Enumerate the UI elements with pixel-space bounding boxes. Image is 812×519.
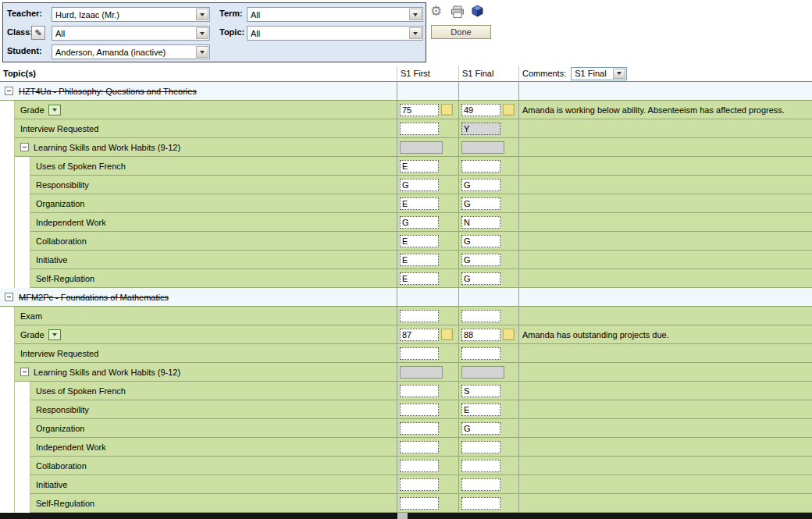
- s1-first-input[interactable]: [400, 179, 439, 191]
- row-label: Uses of Spoken French: [36, 386, 126, 396]
- s1-first-input[interactable]: [400, 123, 439, 135]
- grade-dropdown-button[interactable]: [48, 329, 61, 340]
- settings-gear-icon[interactable]: ⚙: [430, 3, 442, 20]
- s1-first-input[interactable]: [400, 216, 439, 229]
- tree-indent: [0, 457, 15, 475]
- comment-text: Amanda is working below ability. Absente…: [522, 105, 785, 115]
- dropdown-arrow-icon: [196, 9, 208, 20]
- tree-indent: [0, 363, 15, 382]
- table-header-row: Topic(s) S1 First S1 Final Comments: S1 …: [0, 66, 812, 82]
- row-label: Grade: [20, 105, 45, 115]
- comment-indicator-button[interactable]: [503, 104, 515, 116]
- class-select[interactable]: All: [52, 26, 210, 41]
- topics-column-header: Topic(s): [0, 66, 397, 82]
- s1-first-input[interactable]: [400, 235, 439, 247]
- tree-indent: [15, 494, 30, 513]
- s1-first-input[interactable]: [400, 385, 439, 397]
- s1-first-input[interactable]: [400, 347, 439, 360]
- dropdown-arrow-icon: [196, 27, 208, 39]
- bottom-scrollbar-thumb[interactable]: [397, 513, 408, 519]
- mark-row: Learning Skills and Work Habits (9-12): [0, 363, 812, 382]
- s1-final-input[interactable]: [461, 478, 500, 491]
- print-icon[interactable]: [451, 5, 465, 20]
- row-label: Exam: [20, 311, 42, 321]
- topic-select-value: All: [251, 29, 260, 38]
- s1-final-input[interactable]: [461, 272, 500, 285]
- cube-glyph: [471, 4, 484, 18]
- s1-final-input[interactable]: [461, 310, 500, 322]
- tree-indent: [0, 232, 15, 251]
- collapse-minus-icon[interactable]: [5, 87, 13, 95]
- s1-first-input[interactable]: [400, 310, 439, 322]
- comment-indicator-button[interactable]: [441, 104, 453, 116]
- s1-final-input[interactable]: [461, 329, 500, 341]
- s1-first-input[interactable]: [400, 441, 439, 453]
- collapse-minus-icon[interactable]: [20, 368, 29, 376]
- tree-indent: [0, 400, 15, 419]
- comments-term-select[interactable]: S1 Final: [571, 67, 627, 80]
- s1-first-input[interactable]: [400, 497, 439, 510]
- s1-first-input[interactable]: [400, 460, 439, 472]
- tree-indent: [0, 438, 15, 457]
- mark-row: Exam: [0, 307, 812, 325]
- s1-final-input[interactable]: [461, 254, 500, 266]
- class-label: Class:: [7, 27, 33, 37]
- s1-final-input[interactable]: [461, 441, 500, 453]
- mark-row: Collaboration: [0, 457, 812, 475]
- row-label: Independent Work: [36, 218, 106, 227]
- topic-select[interactable]: All: [247, 26, 423, 41]
- s1-first-input[interactable]: [400, 329, 439, 341]
- teacher-label: Teacher:: [7, 9, 42, 18]
- s1-final-input[interactable]: [461, 104, 500, 116]
- done-button[interactable]: Done: [431, 25, 491, 39]
- s1-final-input[interactable]: [461, 460, 500, 472]
- teacher-select[interactable]: Hurd, Izaac (Mr.): [52, 7, 210, 22]
- s1-first-input[interactable]: [400, 478, 439, 491]
- row-label: Responsibility: [36, 405, 89, 414]
- s1-final-input[interactable]: [461, 179, 500, 191]
- term-select-value: All: [251, 10, 260, 20]
- class-select-value: All: [55, 29, 65, 38]
- transfer-cube-icon[interactable]: [471, 4, 484, 20]
- s1-final-input[interactable]: [461, 216, 500, 229]
- disabled-mark-box: [461, 366, 504, 379]
- course-header-row: HZT4Ua - Philosophy: Questions and Theor…: [0, 82, 812, 101]
- s1-final-input[interactable]: [461, 385, 500, 397]
- edit-class-button[interactable]: ✎: [31, 26, 45, 40]
- s1-final-input[interactable]: [461, 160, 500, 172]
- comment-indicator-button[interactable]: [441, 329, 453, 340]
- mark-row: Interview Requested: [0, 344, 812, 363]
- s1-first-input[interactable]: [400, 272, 439, 285]
- tree-indent: [0, 325, 15, 344]
- tree-indent: [15, 419, 30, 438]
- collapse-minus-icon[interactable]: [5, 293, 13, 301]
- comment-indicator-button[interactable]: [503, 329, 515, 340]
- s1-first-input[interactable]: [400, 104, 439, 116]
- tree-indent: [0, 194, 15, 213]
- term-select[interactable]: All: [247, 7, 423, 22]
- s1-first-input[interactable]: [400, 254, 439, 266]
- row-label: Organization: [36, 199, 84, 208]
- collapse-minus-icon[interactable]: [20, 143, 29, 151]
- s1-final-input[interactable]: [461, 235, 500, 247]
- s1-final-input[interactable]: [461, 123, 500, 135]
- s1-final-input[interactable]: [461, 497, 500, 510]
- report-mark-entry-screen: Teacher: Hurd, Izaac (Mr.) Term: All Cla…: [0, 0, 812, 519]
- s1-first-input[interactable]: [400, 197, 439, 210]
- s1-final-input[interactable]: [461, 422, 500, 435]
- course-title: MFM2Pc - Foundations of Mathematics: [19, 293, 169, 302]
- tree-indent: [0, 119, 15, 138]
- s1-first-input[interactable]: [400, 403, 439, 416]
- s1-first-input[interactable]: [400, 422, 439, 435]
- tree-indent: [15, 382, 30, 400]
- dropdown-arrow-icon: [409, 9, 422, 20]
- s1-final-input[interactable]: [461, 347, 500, 360]
- student-select[interactable]: Anderson, Amanda (inactive): [52, 44, 210, 59]
- tree-indent: [15, 157, 30, 176]
- grade-dropdown-button[interactable]: [48, 105, 61, 116]
- s1-final-input[interactable]: [461, 403, 500, 416]
- s1-final-input[interactable]: [461, 197, 500, 210]
- row-label: Collaboration: [36, 461, 87, 471]
- s1-first-input[interactable]: [400, 160, 439, 172]
- mark-row: Initiative: [0, 251, 812, 269]
